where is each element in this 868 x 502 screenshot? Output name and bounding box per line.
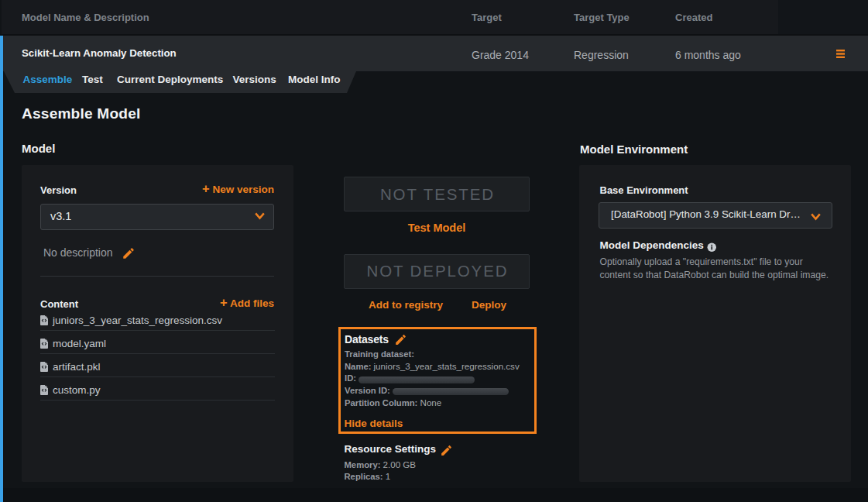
replicas-line: Replicas: 1 <box>345 471 391 482</box>
file-row[interactable]: artifact.pkl <box>40 354 275 377</box>
dataset-version-id-line: Version ID: <box>345 386 509 396</box>
model-dependencies-info[interactable] <box>707 242 717 253</box>
id-redacted-bar <box>359 376 475 383</box>
add-to-registry-button[interactable]: Add to registry <box>369 299 443 311</box>
model-created: 6 months ago <box>675 49 741 61</box>
memory-line: Memory: 2.00 GB <box>345 459 417 470</box>
tab-assemble[interactable]: Assemble <box>23 74 73 85</box>
test-model-button-wrap: Test Model <box>344 222 530 234</box>
chevron-down-icon <box>255 212 265 220</box>
not-deployed-banner: NOT DEPLOYED <box>344 254 530 289</box>
model-name: Scikit-Learn Anomaly Detection <box>22 47 177 59</box>
file-row[interactable]: juniors_3_year_stats_regression.csv <box>40 308 275 331</box>
memory-label: Memory: <box>345 460 381 469</box>
partition-column-line: Partition Column: None <box>345 397 441 408</box>
training-dataset-line: Training dataset: <box>345 349 414 359</box>
header-left-edge <box>0 0 2 34</box>
info-icon <box>707 242 717 253</box>
edit-resource-settings-button[interactable] <box>440 444 453 457</box>
base-environment-label: Base Environment <box>600 184 688 196</box>
file-name: juniors_3_year_stats_regression.csv <box>53 315 222 326</box>
col-header-target: Target <box>472 12 502 23</box>
file-icon <box>40 315 48 325</box>
file-icon <box>40 339 48 349</box>
tab-current-deployments[interactable]: Current Deployments <box>117 74 223 85</box>
replicas-value: 1 <box>386 471 390 481</box>
chevron-down-icon <box>811 213 821 221</box>
file-name: custom.py <box>53 384 101 396</box>
model-target: Grade 2014 <box>472 49 529 61</box>
deploy-button[interactable]: Deploy <box>472 299 506 311</box>
tab-versions[interactable]: Versions <box>233 74 276 85</box>
file-name: model.yaml <box>53 338 106 349</box>
add-files-button[interactable]: + Add files <box>40 297 274 309</box>
dataset-name-line: Name: juniors_3_year_stats_regression.cs… <box>345 361 520 372</box>
no-description-text: No description <box>43 246 113 259</box>
not-tested-banner: NOT TESTED <box>344 177 530 211</box>
hamburger-icon <box>836 50 845 58</box>
dataset-id-line: ID: <box>345 373 475 383</box>
col-header-target-type: Target Type <box>574 12 630 23</box>
table-header-right <box>778 0 868 34</box>
replicas-label: Replicas: <box>345 472 383 481</box>
custom-model-workshop: Model Name & Description Target Target T… <box>0 0 868 502</box>
partition-column-label: Partition Column: <box>345 398 417 407</box>
version-select[interactable]: v3.1 <box>40 204 274 230</box>
hide-details-button[interactable]: Hide details <box>345 418 403 429</box>
col-header-model-name: Model Name & Description <box>22 12 149 23</box>
base-environment-select[interactable]: [DataRobot] Python 3.9 Scikit-Learn Dr… <box>599 202 832 229</box>
file-row[interactable]: custom.py <box>40 377 275 401</box>
training-dataset-label: Training dataset: <box>345 349 414 359</box>
file-name: artifact.pkl <box>53 361 101 373</box>
model-section-label: Model <box>22 142 55 155</box>
dataset-version-id-label: Version ID: <box>345 386 390 395</box>
file-icon <box>40 385 48 395</box>
dataset-name-label: Name: <box>345 362 371 371</box>
model-dependencies-label: Model Dependencies <box>600 239 704 251</box>
edit-datasets-button[interactable] <box>394 333 407 346</box>
version-select-value: v3.1 <box>41 210 71 222</box>
row-menu-button[interactable] <box>833 46 848 60</box>
tab-test[interactable]: Test <box>82 74 103 85</box>
pencil-icon <box>122 246 136 260</box>
pencil-icon <box>440 444 453 457</box>
environment-section-label: Model Environment <box>580 143 688 156</box>
dataset-name-value: juniors_3_year_stats_regression.csv <box>374 361 520 371</box>
selected-row-indicator <box>0 36 3 502</box>
test-model-button[interactable]: Test Model <box>408 222 466 234</box>
col-header-created: Created <box>675 12 712 23</box>
model-dependencies-help: Optionally upload a "requirements.txt" f… <box>600 256 833 283</box>
version-id-redacted-bar <box>393 388 509 395</box>
card-divider <box>40 276 274 277</box>
tab-model-info[interactable]: Model Info <box>288 74 341 85</box>
dataset-id-label: ID: <box>345 373 356 383</box>
page-title: Assemble Model <box>22 105 140 122</box>
datasets-title: Datasets <box>345 333 389 346</box>
partition-column-value: None <box>420 397 442 407</box>
memory-value: 2.00 GB <box>383 459 417 469</box>
resource-settings-title: Resource Settings <box>345 443 437 455</box>
new-version-button[interactable]: + New version <box>40 184 274 195</box>
base-environment-value: [DataRobot] Python 3.9 Scikit-Learn Dr… <box>599 208 801 220</box>
model-target-type: Regression <box>574 49 629 61</box>
footer-strip <box>0 488 868 502</box>
file-icon <box>40 362 48 372</box>
edit-description-button[interactable] <box>122 246 136 260</box>
file-row[interactable]: model.yaml <box>40 331 275 354</box>
pencil-icon <box>394 333 407 346</box>
